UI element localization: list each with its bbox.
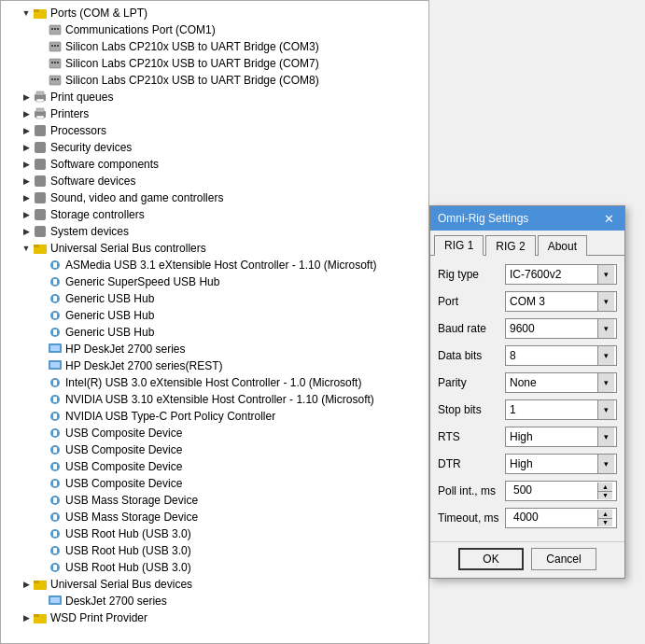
tree-item[interactable]: ▶Processors [1,122,428,139]
tree-item[interactable]: ▶Sound, video and game controllers [1,189,428,206]
tree-item[interactable]: USB Mass Storage Device [1,509,428,525]
rts-arrow[interactable]: ▾ [597,427,614,446]
tree-item[interactable]: Silicon Labs CP210x USB to UART Bridge (… [1,38,428,55]
tree-item[interactable]: Generic USB Hub [1,324,428,341]
svg-rect-34 [53,262,57,268]
dialog-close-button[interactable]: ✕ [600,210,617,227]
tree-item[interactable]: Generic USB Hub [1,290,428,307]
expand-icon[interactable]: ▶ [20,158,33,171]
timeout-down[interactable]: ▼ [598,519,612,527]
svg-rect-44 [50,345,60,351]
tree-item[interactable]: ASMedia USB 3.1 eXtensible Host Controll… [1,257,428,273]
tab-about[interactable]: About [538,235,587,256]
tree-item[interactable]: Silicon Labs CP210x USB to UART Bridge (… [1,72,428,89]
poll-int-up[interactable]: ▲ [598,483,612,492]
port-arrow[interactable]: ▾ [597,292,614,311]
tree-item[interactable]: Communications Port (COM1) [1,21,428,38]
tree-item[interactable]: Silicon Labs CP210x USB to UART Bridge (… [1,55,428,72]
data-bits-select[interactable]: 8 ▾ [505,345,617,366]
tree-item[interactable]: ▶Software devices [1,173,428,189]
tree-item[interactable]: DeskJet 2700 series [1,593,428,609]
tree-item[interactable]: Generic SuperSpeed USB Hub [1,273,428,290]
expand-icon[interactable]: ▼ [20,7,33,20]
tree-item[interactable]: ▶Software components [1,156,428,173]
tree-item[interactable]: USB Composite Device [1,425,428,441]
tree-item[interactable]: HP DeskJet 2700 series(REST) [1,357,428,374]
tree-item[interactable]: ▶Print queues [1,89,428,105]
tree-item[interactable]: ▶System devices [1,223,428,240]
expand-icon[interactable]: ▶ [20,141,33,154]
tree-item[interactable]: USB Mass Storage Device [1,492,428,509]
parity-arrow[interactable]: ▾ [597,373,614,392]
expand-icon[interactable]: ▶ [20,175,33,188]
rig-type-select[interactable]: IC-7600v2 ▾ [505,264,617,285]
poll-int-down[interactable]: ▼ [598,492,612,500]
expand-icon[interactable]: ▶ [20,611,33,624]
expand-icon [35,57,48,70]
item-label: NVIDIA USB 3.10 eXtensible Host Controll… [65,391,374,408]
dtr-select[interactable]: High ▾ [505,454,617,474]
expand-icon[interactable]: ▶ [20,578,33,591]
expand-icon[interactable]: ▶ [20,208,33,221]
poll-int-arrows[interactable]: ▲ ▼ [597,483,612,499]
expand-icon[interactable]: ▶ [20,124,33,137]
timeout-arrows[interactable]: ▲ ▼ [597,510,612,526]
port-select[interactable]: COM 3 ▾ [505,291,617,312]
poll-int-spinbox[interactable]: 500 ▲ ▼ [505,481,617,501]
rts-select[interactable]: High ▾ [505,427,617,447]
tree-item[interactable]: ▶Storage controllers [1,206,428,223]
item-icon [33,6,48,21]
item-label: HP DeskJet 2700 series(REST) [65,357,223,374]
device-manager-panel[interactable]: ▼Ports (COM & LPT)Communications Port (C… [0,0,429,644]
svg-rect-26 [35,159,46,170]
rig-type-arrow[interactable]: ▾ [597,265,614,284]
parity-select[interactable]: None ▾ [505,372,617,393]
svg-rect-29 [35,209,46,220]
expand-icon[interactable]: ▼ [20,242,33,255]
cancel-button[interactable]: Cancel [531,548,596,570]
rts-label: RTS [438,430,505,443]
tree-item[interactable]: Intel(R) USB 3.0 eXtensible Host Control… [1,374,428,391]
tree-item[interactable]: Generic USB Hub [1,307,428,324]
item-label: Generic USB Hub [65,290,154,307]
expand-icon[interactable]: ▶ [20,107,33,120]
expand-icon [35,595,48,608]
item-label: ASMedia USB 3.1 eXtensible Host Controll… [65,257,376,273]
expand-icon[interactable]: ▶ [20,225,33,238]
expand-icon [35,544,48,557]
stop-bits-arrow[interactable]: ▾ [597,400,614,419]
timeout-up[interactable]: ▲ [598,510,612,519]
item-icon [33,140,48,155]
item-label: USB Root Hub (USB 3.0) [65,525,191,542]
expand-icon[interactable]: ▶ [20,91,33,104]
baud-rate-arrow[interactable]: ▾ [597,319,614,338]
tree-item[interactable]: USB Root Hub (USB 3.0) [1,559,428,576]
tree-item[interactable]: ▼Ports (COM & LPT) [1,5,428,21]
tree-item[interactable]: ▶WSD Print Provider [1,609,428,626]
baud-rate-select[interactable]: 9600 ▾ [505,318,617,339]
tree-item[interactable]: HP DeskJet 2700 series [1,341,428,357]
tree-item[interactable]: USB Root Hub (USB 3.0) [1,525,428,542]
ok-button[interactable]: OK [458,548,524,570]
tree-item[interactable]: USB Composite Device [1,475,428,492]
tree-item[interactable]: NVIDIA USB Type-C Port Policy Controller [1,408,428,425]
expand-icon [35,393,48,406]
tree-item[interactable]: ▼Universal Serial Bus controllers [1,240,428,257]
data-bits-arrow[interactable]: ▾ [597,346,614,365]
dtr-row: DTR High ▾ [438,453,617,475]
item-icon [48,392,63,407]
expand-icon[interactable]: ▶ [20,191,33,204]
tree-item[interactable]: NVIDIA USB 3.10 eXtensible Host Controll… [1,391,428,408]
tree-item[interactable]: ▶Universal Serial Bus devices [1,576,428,593]
stop-bits-select[interactable]: 1 ▾ [505,399,617,420]
tree-item[interactable]: USB Composite Device [1,441,428,458]
tree-item[interactable]: ▶Printers [1,105,428,122]
dtr-arrow[interactable]: ▾ [597,455,614,473]
tree-item[interactable]: USB Composite Device [1,458,428,475]
tab-rig1[interactable]: RIG 1 [434,235,484,256]
tree-item[interactable]: ▶Security devices [1,139,428,156]
tree-item[interactable]: USB Root Hub (USB 3.0) [1,542,428,559]
tab-rig2[interactable]: RIG 2 [485,235,535,256]
svg-rect-20 [36,99,44,102]
timeout-spinbox[interactable]: 4000 ▲ ▼ [505,508,617,528]
